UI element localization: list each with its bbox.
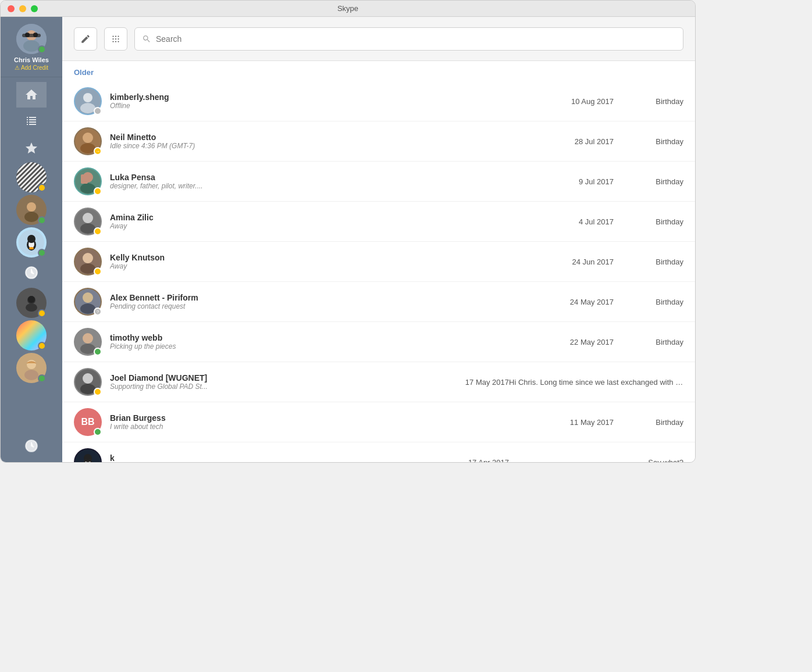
sidebar-item-history[interactable] xyxy=(16,260,47,285)
svg-point-27 xyxy=(115,38,116,39)
sidebar-avatar-5[interactable] xyxy=(16,320,47,351)
svg-point-37 xyxy=(80,143,95,153)
contact-avatar-wrap xyxy=(74,87,102,115)
contact-name: Alex Bennett - Piriform xyxy=(110,293,544,302)
contact-name: k xyxy=(110,453,439,463)
table-row[interactable]: Kelly KnutsonAway24 Jun 2017Birthday xyxy=(62,242,695,282)
contact-date: 17 Apr 2017 xyxy=(439,458,509,463)
contact-status-text: I write about tech xyxy=(110,423,261,431)
svg-point-4 xyxy=(33,33,38,37)
svg-point-7 xyxy=(27,202,36,212)
search-input[interactable] xyxy=(156,34,676,44)
contact-date: 24 Jun 2017 xyxy=(544,258,614,266)
svg-point-29 xyxy=(112,41,113,42)
sidebar-avatar-6[interactable] xyxy=(16,353,47,383)
svg-point-26 xyxy=(112,38,113,39)
dialpad-button[interactable] xyxy=(104,27,127,51)
contact-status-dot xyxy=(94,227,102,235)
sidebar: Chris Wiles ⚠ Add Credit xyxy=(1,17,62,463)
contact-status-text: Supporting the Global PAD St... xyxy=(110,383,261,391)
contact-status-dot xyxy=(94,428,102,436)
app-title: Skype xyxy=(337,4,358,13)
sidebar-item-contacts[interactable] xyxy=(16,109,47,134)
contact-date: 9 Jul 2017 xyxy=(544,177,614,186)
table-row[interactable]: Amina ZilicAway4 Jul 2017Birthday xyxy=(62,202,695,242)
contact-info: Alex Bennett - PiriformPending contact r… xyxy=(110,293,544,310)
svg-point-21 xyxy=(24,370,38,380)
contact-status-text: Pending contact request xyxy=(110,302,261,310)
contact-status-text: Picking up the pieces xyxy=(110,342,261,351)
star-icon xyxy=(24,141,39,156)
sidebar-avatar-1[interactable] xyxy=(16,162,47,192)
bottom-clock-icon xyxy=(24,438,39,453)
right-header xyxy=(62,17,695,61)
sidebar-avatar-4[interactable] xyxy=(16,288,47,318)
contact-status-dot xyxy=(94,388,102,396)
contact-name: Kelly Knutson xyxy=(110,253,544,262)
add-credit[interactable]: ⚠ Add Credit xyxy=(15,65,48,71)
svg-rect-41 xyxy=(81,174,88,184)
sidebar-avatar-2[interactable] xyxy=(16,195,47,225)
svg-point-5 xyxy=(23,40,40,52)
contact-status-dot xyxy=(94,107,102,115)
profile-section[interactable]: Chris Wiles ⚠ Add Credit xyxy=(1,17,62,77)
home-icon xyxy=(24,87,39,102)
contact-info: Luka Pensadesigner, father, pilot, write… xyxy=(110,173,544,190)
contact-avatar-wrap: BB xyxy=(74,408,102,436)
contact-status-text: Away xyxy=(110,222,261,230)
svg-point-44 xyxy=(80,223,95,234)
contact-message: Hi Chris. Long time since we last exchan… xyxy=(509,378,683,387)
title-bar: Skype xyxy=(1,1,695,17)
table-row[interactable]: Luka Pensadesigner, father, pilot, write… xyxy=(62,162,695,202)
sidebar-item-home[interactable] xyxy=(16,82,47,108)
contact-info: Brian BurgessI write about tech xyxy=(110,413,544,431)
table-row[interactable]: k(chuckle)17 Apr 2017Say what? xyxy=(62,442,695,463)
contact-status-dot: → xyxy=(94,147,102,155)
profile-status-dot xyxy=(38,45,46,53)
svg-point-31 xyxy=(117,41,119,42)
svg-point-53 xyxy=(80,344,95,354)
svg-point-52 xyxy=(83,333,93,344)
svg-point-55 xyxy=(83,373,93,384)
svg-point-34 xyxy=(80,103,95,113)
table-row[interactable]: BBBrian BurgessI write about tech11 May … xyxy=(62,402,695,442)
sidebar-item-bottom-history[interactable] xyxy=(16,433,47,459)
svg-point-20 xyxy=(27,360,36,369)
profile-avatar-wrap xyxy=(16,24,47,54)
minimize-button[interactable] xyxy=(19,5,26,12)
contact-info: timothy webbPicking up the pieces xyxy=(110,333,544,351)
svg-point-17 xyxy=(28,296,35,303)
app-body: Chris Wiles ⚠ Add Credit xyxy=(1,17,695,463)
table-row[interactable]: kimberly.shengOffline10 Aug 2017Birthday xyxy=(62,81,695,121)
contact-avatar-wrap xyxy=(74,208,102,235)
compose-button[interactable] xyxy=(74,27,97,51)
sidebar-avatar-3[interactable] xyxy=(16,227,47,258)
close-button[interactable] xyxy=(8,5,15,12)
contact-info: k(chuckle) xyxy=(110,453,439,463)
contacts-icon xyxy=(24,114,39,129)
maximize-button[interactable] xyxy=(31,5,38,12)
contact-info: Neil MinettoIdle since 4:36 PM (GMT-7) xyxy=(110,133,544,150)
table-row[interactable]: timothy webbPicking up the pieces22 May … xyxy=(62,322,695,362)
contact-avatar-wrap: → xyxy=(74,127,102,155)
sidebar-item-favorites[interactable] xyxy=(16,135,47,161)
contact-info: Amina ZilicAway xyxy=(110,213,544,230)
contact-status-dot xyxy=(94,348,102,356)
contact-status-text: Away xyxy=(110,262,261,270)
contact-name: kimberly.sheng xyxy=(110,92,544,102)
table-row[interactable]: →Neil MinettoIdle since 4:36 PM (GMT-7)2… xyxy=(62,121,695,162)
contact-date: 4 Jul 2017 xyxy=(544,217,614,226)
search-bar[interactable] xyxy=(134,27,683,51)
contact-name: Neil Minetto xyxy=(110,133,544,142)
contact-avatar-wrap xyxy=(74,368,102,396)
svg-point-47 xyxy=(80,263,95,274)
table-row[interactable]: ?Alex Bennett - PiriformPending contact … xyxy=(62,282,695,322)
right-panel: Older kimberly.shengOffline10 Aug 2017Bi… xyxy=(62,17,695,463)
svg-point-23 xyxy=(112,35,113,37)
svg-point-49 xyxy=(83,292,93,303)
svg-point-36 xyxy=(83,133,93,143)
contact-avatar-wrap xyxy=(74,248,102,276)
table-row[interactable]: Joel Diamond [WUGNET]Supporting the Glob… xyxy=(62,362,695,402)
svg-point-8 xyxy=(24,212,38,222)
contact-status-text: designer, father, pilot, writer.... xyxy=(110,182,261,190)
